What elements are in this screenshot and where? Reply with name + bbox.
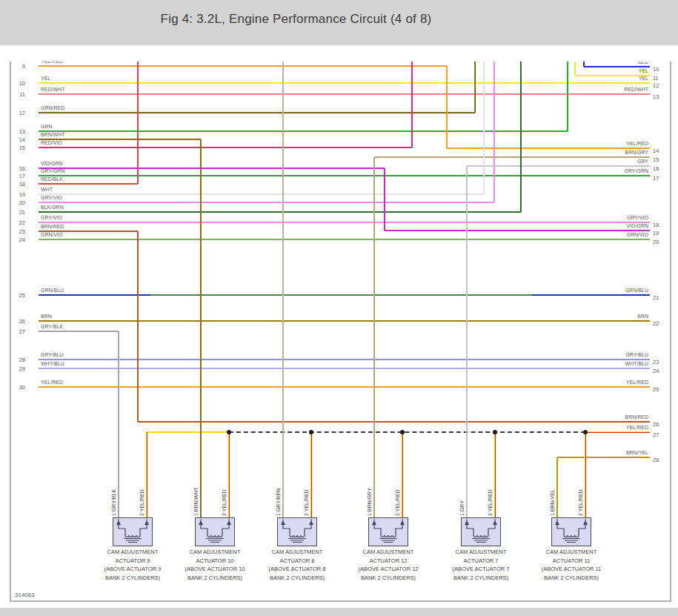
actuator-pin1-label: 1 GRY/BRN — [274, 466, 282, 516]
wire-horizontal — [39, 139, 201, 140]
wire-color-label-right: GRY/BLU — [537, 351, 648, 358]
wire-number-left: 13 — [10, 128, 25, 135]
wire-vertical — [228, 432, 230, 517]
wire-color-label-right: RED/WHT — [537, 86, 648, 93]
wire-color-label-right: BRN/RED — [537, 414, 648, 420]
wire-horizontal — [39, 168, 385, 169]
wire-color-label-left: YEL/RED — [41, 58, 63, 64]
wire-horizontal — [138, 421, 650, 423]
wire-horizontal — [532, 294, 650, 296]
cam-actuator-box — [368, 517, 408, 546]
actuator-name: CAM ADJUSTMENTACTUATOR 7(ABOVE ACTUATOR … — [433, 548, 529, 582]
wire-color-label-right: YEL/RED — [537, 424, 648, 431]
actuator-pin1-label: 1 BRN/WHT — [192, 466, 200, 516]
wire-vertical — [373, 157, 375, 517]
wire-number-left: 10 — [10, 80, 25, 87]
actuator-name-line: ACTUATOR 12 — [340, 557, 436, 566]
actuator-pin1-label: 1 GRY/BLK — [110, 466, 118, 516]
wire-color-label-left: BRN — [41, 313, 52, 319]
wire-color-label-left: YEL — [41, 75, 50, 82]
wire-color-label-right: YEL/RED — [537, 379, 648, 385]
cam-actuator-box — [461, 517, 501, 546]
wire-number-left: 16 — [10, 165, 25, 172]
actuator-name-line: (ABOVE ACTUATOR 12 — [340, 565, 436, 574]
wire-horizontal — [39, 183, 138, 185]
wire-number-left: 21 — [10, 209, 25, 216]
actuator-pin2-label: 2 YEL/RED — [486, 466, 494, 516]
wire-number-left: 14 — [10, 136, 25, 143]
wire-number-right: 18 — [653, 222, 668, 228]
wire-color-label-left: BRN/WHT — [41, 131, 65, 138]
wire-color-label-right: GRY/GRN — [537, 168, 648, 174]
actuator-name-line: ACTUATOR 11 — [523, 557, 619, 566]
actuator-name-line: CAM ADJUSTMENT — [340, 548, 436, 557]
wire-horizontal — [39, 320, 650, 322]
splice-dot — [227, 430, 231, 434]
wire-vertical — [402, 432, 403, 517]
wire-color-label-right: BRN/YEL — [537, 449, 648, 456]
wire-number-right: 22 — [653, 320, 668, 327]
wire-color-label-left: GRY/BLK — [41, 323, 63, 330]
actuator-pin1-label: 1 BRN/YEL — [548, 466, 556, 516]
actuator-pin2-label: 2 YEL/RED — [393, 466, 402, 516]
wire-number-right: 23 — [653, 359, 668, 365]
actuator-pin2-label: 2 YEL/RED — [220, 466, 228, 516]
wire-number-left: 28 — [10, 357, 25, 363]
wire-color-label-right: GRY/VIO — [537, 214, 648, 221]
wire-vertical — [282, 62, 284, 517]
wire-vertical — [200, 139, 202, 517]
wiring-diagram-canvas: 314063 YEL/RED9YEL10RED/WHT11GRN/RED12GR… — [0, 0, 678, 608]
actuator-coil-symbol — [113, 518, 152, 546]
actuator-coil-symbol — [278, 518, 316, 546]
wire-color-label-right: VIO/GRN — [537, 222, 648, 229]
footer-strip — [0, 608, 678, 616]
wire-color-label-left: GRY/BLU — [41, 351, 64, 358]
cam-actuator-box — [551, 517, 591, 546]
wire-vertical — [146, 432, 147, 517]
wire-horizontal — [150, 294, 532, 296]
wire-number-left: 15 — [10, 145, 25, 151]
cam-actuator-box — [113, 517, 153, 546]
wire-vertical — [466, 166, 468, 517]
splice-dot — [400, 430, 405, 434]
wire-horizontal — [585, 431, 650, 433]
actuator-name-line: (ABOVE ACTUATOR 7 — [433, 565, 529, 574]
wire-color-label-left: GRN/VIO — [41, 231, 63, 238]
wire-number-right: 28 — [653, 457, 668, 463]
diagram-border-bottom — [10, 600, 671, 602]
wire-number-right: 15 — [653, 156, 668, 163]
wire-vertical — [118, 331, 119, 517]
wire-color-label-left: BRN/RED — [41, 223, 64, 230]
wire-number-right: 24 — [653, 368, 668, 374]
actuator-name-line: (ABOVE ACTUATOR 8 — [249, 565, 345, 574]
diagram-border-right — [670, 62, 671, 602]
wire-number-left: 26 — [10, 318, 25, 325]
actuator-coil-symbol — [369, 518, 408, 546]
wire-color-label-right: BRN — [537, 313, 648, 319]
wire-number-right: 26 — [653, 421, 668, 428]
wire-color-label-left: GRY/VIO — [41, 214, 62, 221]
wire-horizontal — [39, 175, 650, 176]
wire-vertical — [411, 62, 413, 148]
wire-color-label-right: YEL — [537, 67, 648, 74]
actuator-coil-symbol — [462, 518, 500, 546]
wire-number-left: 18 — [10, 181, 25, 188]
wire-horizontal — [147, 431, 229, 433]
wire-number-right: 14 — [653, 148, 668, 154]
wire-vertical — [483, 62, 485, 194]
wire-horizontal — [39, 211, 521, 213]
wire-vertical — [494, 432, 496, 517]
wire-number-right: 19 — [653, 230, 668, 236]
actuator-pin1-label: 1 BRN/GRY — [365, 466, 373, 516]
actuator-pin1-label: 1 GRY — [458, 466, 466, 516]
wire-horizontal — [557, 457, 650, 458]
wire-number-left: 23 — [10, 228, 25, 235]
wire-horizontal — [39, 112, 475, 113]
actuator-name: CAM ADJUSTMENTACTUATOR 8(ABOVE ACTUATOR … — [249, 548, 345, 582]
wire-number-right: 11 — [653, 75, 668, 82]
wire-horizontal — [39, 368, 650, 369]
wire-vertical — [137, 62, 139, 184]
wire-color-label-left: BLK/GRN — [41, 204, 64, 211]
wire-color-label-right: YEL — [537, 75, 648, 82]
wire-vertical — [446, 66, 448, 148]
